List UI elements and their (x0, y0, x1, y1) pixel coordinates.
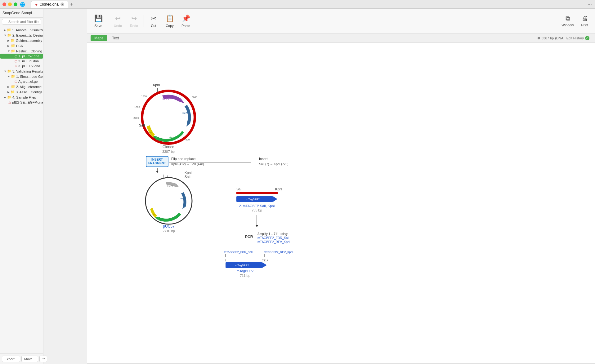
save-button[interactable]: 💾 Save (91, 13, 106, 29)
paste-button[interactable]: 📌 Paste (178, 13, 194, 29)
item-label: 1. pUC57.dna (18, 54, 39, 58)
minimize-button[interactable] (8, 2, 12, 6)
sidebar-item-simulated-rose-gel[interactable]: ▼ 📁 1. Simu...rose Gel (0, 74, 43, 79)
paste-icon: 📌 (182, 15, 190, 23)
tab-text[interactable]: Text (108, 35, 123, 41)
puc57-plasmid: lacZ2 lacZ AmpR ori (145, 175, 192, 224)
edit-history-check-icon: ✓ (585, 36, 589, 40)
kpni-sali-range: KpnI (412) → SalI (448) (171, 162, 204, 166)
cloned-label: Cloned (163, 145, 174, 149)
item-label: 2. Alig...eference (16, 85, 42, 89)
sidebar-footer: Export... Move... ⋯ (0, 353, 43, 364)
pos-711-label: 711+ (262, 259, 268, 262)
sali-kpni-range: SalI (7) → KpnI (728) (259, 162, 288, 166)
fragment2-kpni-label: KpnI (275, 187, 282, 191)
item-label: Golden...ssembly (16, 39, 42, 42)
export-button[interactable]: Export... (2, 356, 20, 362)
sidebar-item-mt-nl-dna[interactable]: ⬡ 2. mT...nl.dna (0, 59, 43, 64)
edit-history-label: Edit History (566, 36, 584, 40)
titlebar: 🌐 ● Cloned.dna × + ⋯ (0, 0, 595, 9)
insert-fragment-line2: FRAGMENT (148, 162, 166, 165)
toolbar-right: ⧉ Window 🖨 Print (558, 13, 591, 29)
copy-button[interactable]: 📋 Copy (162, 13, 177, 29)
dna-file-icon: ⬡ (15, 55, 17, 58)
puc57-label: pUC57 (163, 224, 175, 229)
tick-1200: 1200 (141, 95, 147, 98)
window-controls: ⋯ (588, 2, 593, 7)
search-input[interactable] (2, 19, 41, 24)
sidebar-item-alignment-reference[interactable]: ▶ 📁 2. Alig...eference (0, 84, 43, 89)
sidebar-title: SnapGene Sampl... (2, 11, 36, 15)
window-icon: ⧉ (566, 15, 570, 22)
sidebar-item-2-experimental-design[interactable]: ▼ 📁 2. Experi...tal Design (0, 33, 43, 38)
tab-label: Cloned.dna (39, 2, 58, 7)
mtagbfp2-bp: 711 bp (240, 274, 250, 277)
puc57-ampr-label: AmpR (168, 217, 175, 220)
bp-value: 3387 bp (541, 36, 554, 40)
tick-2000: 2000 (133, 117, 139, 119)
amplify-label: Amplify 1 .. 711 using: (257, 232, 288, 236)
item-label: 1. Annota... Visualize (12, 28, 43, 32)
new-tab-button[interactable]: + (68, 1, 75, 8)
folder-icon: 📁 (11, 74, 15, 78)
print-button[interactable]: 🖨 Print (578, 13, 591, 29)
item-label: pIB2-SE...EGFP.dna (12, 100, 43, 104)
item-label: 3. Asse... Contigs (16, 90, 42, 94)
window-button[interactable]: ⧉ Window (558, 13, 577, 29)
maximize-button[interactable] (14, 2, 17, 6)
sidebar-item-agarose-gel[interactable]: ⬡ Agaro...el.gel (0, 79, 43, 84)
close-button[interactable] (2, 2, 6, 6)
search-wrap: 🔍 (2, 19, 41, 24)
redo-icon: ↪ (131, 15, 137, 23)
diagram-container: lacZ2 lacZ AmpR ori 3000 500 2000 1500 1… (87, 43, 595, 304)
sidebar-item-pcr[interactable]: ▶ 📁 PCR (0, 43, 43, 48)
tab-maps[interactable]: Maps (91, 35, 107, 41)
sidebar-tree: ▶ 📁 1. Annota... Visualize ▼ 📁 2. Experi… (0, 26, 43, 353)
primer-rev-label: mTAGBFP2_REV_KpnI (257, 240, 290, 244)
window-control-icon: ⋯ (588, 2, 593, 7)
sidebar-item-golden-assembly[interactable]: ▶ 📁 Golden...ssembly (0, 38, 43, 43)
sidebar-item-pu-p2-dna[interactable]: ⚠ 3. pU...P2.dna (0, 64, 43, 69)
edit-history-button[interactable]: Edit History ✓ (565, 35, 591, 41)
arrow-icon: ▼ (4, 34, 6, 37)
sidebar-header: SnapGene Sampl... ⋯ (0, 9, 43, 18)
primer-for-above: mTAGBFP2_FOR_SalI (224, 251, 253, 254)
puc57-kpni-label: KpnI (185, 171, 192, 175)
error-file-icon: ⚠ (15, 64, 17, 68)
undo-button[interactable]: ↩ Undo (110, 13, 126, 29)
folder-icon: 📁 (11, 49, 15, 53)
sidebar-item-4-sample-files[interactable]: ▶ 📁 4. Sample Files (0, 95, 43, 100)
tab-bar: ● Cloned.dna × + (31, 1, 585, 8)
insert-label: Insert (259, 157, 268, 161)
sidebar-item-3-validating-results[interactable]: ▼ 📁 3. Validating Results (0, 69, 43, 74)
tick-3000: 3000 (192, 96, 197, 99)
move-button[interactable]: Move... (21, 356, 38, 362)
tab-close-button[interactable]: × (60, 2, 64, 6)
dna-file-icon: ⬡ (15, 60, 17, 63)
tab-cloned-dna[interactable]: ● Cloned.dna × (31, 1, 68, 8)
save-icon: 💾 (94, 15, 103, 23)
sidebar-item-assembled-contigs[interactable]: ▶ 📁 3. Asse... Contigs (0, 89, 43, 95)
sidebar-item-puc57-dna[interactable]: ⬡ 1. pUC57.dna (0, 54, 43, 59)
redo-button[interactable]: ↪ Redo (126, 13, 142, 29)
error-file-icon: ⚠ (8, 101, 11, 104)
puc57-bp-label: 2710 bp (163, 229, 175, 233)
insert-fragment-box: INSERT FRAGMENT (146, 156, 168, 167)
cut-icon: ✂ (151, 15, 156, 23)
arrow-icon: ▶ (7, 91, 10, 94)
sidebar-item-1-annotate-visualize[interactable]: ▶ 📁 1. Annota... Visualize (0, 27, 43, 33)
sidebar-item-pib2-egfp[interactable]: ⚠ pIB2-SE...EGFP.dna (0, 100, 43, 105)
folder-icon: 📁 (11, 90, 15, 94)
insert-fragment-foreign: INSERT FRAGMENT (146, 156, 169, 168)
item-label: 3. Validating Results (12, 69, 43, 73)
sidebar-item-restriction-cloning[interactable]: ▼ 📁 Restric... Cloning (0, 48, 43, 54)
arrow-icon: ▼ (7, 75, 10, 78)
sidebar-more-button[interactable]: ⋯ (36, 11, 41, 16)
sali-label: SalI (139, 123, 145, 127)
cloned-plasmid: lacZ2 lacZ AmpR ori 3000 500 2000 1500 1… (133, 88, 197, 144)
folder-icon: 📁 (7, 69, 11, 73)
more-options-button[interactable]: ⋯ (39, 356, 47, 362)
cut-button[interactable]: ✂ Cut (146, 13, 161, 29)
tick-1500: 1500 (134, 106, 140, 109)
canvas: lacZ2 lacZ AmpR ori 3000 500 2000 1500 1… (87, 43, 595, 363)
